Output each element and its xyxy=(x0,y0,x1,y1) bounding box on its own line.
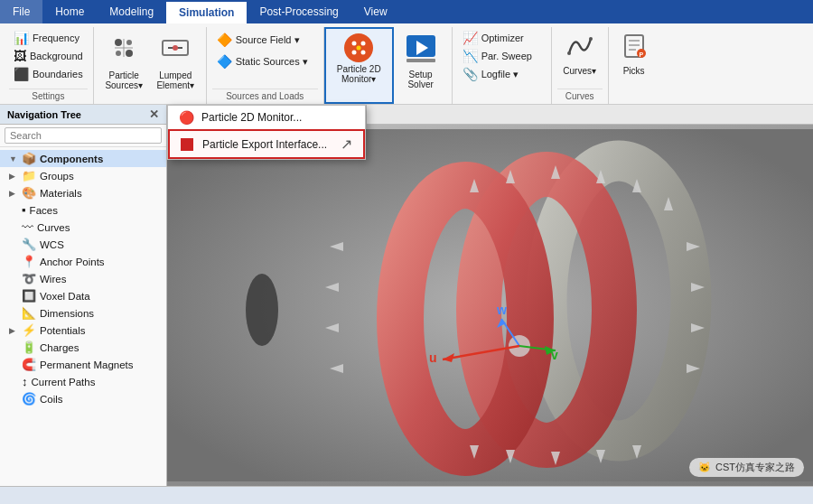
tree-item-charges[interactable]: ▶ 🔋 Charges xyxy=(0,339,166,356)
boundaries-icon: ⬛ xyxy=(14,67,29,81)
svg-point-1 xyxy=(126,40,132,45)
sources-group-label: Sources and Loads xyxy=(212,89,318,104)
picks-buttons: P Picks xyxy=(614,29,654,89)
expand-icon: ▼ xyxy=(9,154,18,163)
logfile-button[interactable]: 📎 Logfile ▾ xyxy=(458,65,546,83)
frequency-button[interactable]: 📊 Frequency xyxy=(9,29,88,47)
par-sweep-button[interactable]: 📉 Par. Sweep xyxy=(458,47,546,65)
ribbon-group-picks: P Picks x xyxy=(609,27,659,104)
tree-label-dimensions: Dimensions xyxy=(40,308,94,319)
svg-point-26 xyxy=(246,274,278,346)
groups-icon: 📁 xyxy=(22,169,36,182)
ribbon-group-settings: 📊 Frequency 🖼 Background ⬛ Boundaries Se… xyxy=(4,27,94,104)
ribbon-group-curves: Curves▾ Curves xyxy=(552,27,609,104)
svg-point-12 xyxy=(361,51,366,55)
tree-label-faces: Faces xyxy=(30,205,58,216)
3d-scene-svg: w v u xyxy=(167,125,813,486)
background-label: Background xyxy=(30,51,83,61)
nav-tree-body: ▼ 📦 Components ▶ 📁 Groups ▶ 🎨 Materials … xyxy=(0,147,166,486)
menu-view[interactable]: View xyxy=(351,0,400,23)
cursor-indicator: ↗ xyxy=(341,135,352,153)
analysis-small-group: 📈 Optimizer 📉 Par. Sweep 📎 Logfile ▾ xyxy=(458,29,546,83)
particle-2d-monitor-button[interactable]: Particle 2DMonitor▾ xyxy=(332,31,387,87)
svg-point-11 xyxy=(352,51,357,55)
svg-point-3 xyxy=(126,50,133,57)
particle-sources-icon xyxy=(107,32,140,69)
dropdown-popup: 🔴 Particle 2D Monitor... Particle Export… xyxy=(167,105,366,160)
tree-label-permanent-magnets: Permanent Magnets xyxy=(40,359,134,370)
tree-label-coils: Coils xyxy=(40,394,63,405)
menu-file[interactable]: File xyxy=(0,0,42,23)
settings-small-group: 📊 Frequency 🖼 Background ⬛ Boundaries xyxy=(9,29,88,83)
menu-simulation[interactable]: Simulation xyxy=(166,0,247,23)
watermark: 🐱 CST仿真专家之路 xyxy=(689,458,804,477)
particle-2d-monitor-icon xyxy=(344,33,373,62)
optimizer-button[interactable]: 📈 Optimizer xyxy=(458,29,546,47)
picks-label: Picks xyxy=(623,66,645,76)
tree-label-materials: Materials xyxy=(40,188,82,199)
static-sources-button[interactable]: 🔷 Static Sources ▾ xyxy=(212,51,318,72)
sources-buttons: 🔶 Source Field ▾ 🔷 Static Sources ▾ xyxy=(212,29,318,89)
tree-item-curves[interactable]: ▶ 〰 Curves xyxy=(0,219,166,236)
analysis-buttons: 📈 Optimizer 📉 Par. Sweep 📎 Logfile ▾ xyxy=(458,29,546,89)
tree-item-wcs[interactable]: ▶ 🔧 WCS xyxy=(0,236,166,253)
magnets-icon: 🧲 xyxy=(22,358,36,371)
menu-home[interactable]: Home xyxy=(42,0,97,23)
voxel-icon: 🔲 xyxy=(22,289,36,303)
tree-item-potentials[interactable]: ▶ ⚡ Potentials xyxy=(0,322,166,339)
dimensions-icon: 📐 xyxy=(22,306,36,320)
particle-2d-monitor-dropdown-item[interactable]: 🔴 Particle 2D Monitor... xyxy=(168,106,365,129)
source-field-label: Source Field ▾ xyxy=(236,34,300,46)
tree-item-dimensions[interactable]: ▶ 📐 Dimensions xyxy=(0,304,166,322)
components-icon: 📦 xyxy=(22,152,36,165)
current-paths-icon: ↕ xyxy=(22,375,28,388)
picks-icon: P xyxy=(620,32,649,64)
setup-solver-button[interactable]: SetupSolver xyxy=(399,29,443,92)
particle-sources-button[interactable]: ParticleSources▾ xyxy=(99,29,149,93)
wcs-icon: 🔧 xyxy=(22,238,36,251)
nav-tree-header: Navigation Tree ✕ xyxy=(0,105,166,125)
tree-item-permanent-magnets[interactable]: ▶ 🧲 Permanent Magnets xyxy=(0,356,166,373)
picks-button[interactable]: P Picks xyxy=(614,29,654,79)
particle-export-interface-item[interactable]: Particle Export Interface... ↗ xyxy=(168,129,365,159)
tree-item-materials[interactable]: ▶ 🎨 Materials xyxy=(0,184,166,201)
menu-post-processing[interactable]: Post-Processing xyxy=(247,0,350,23)
boundaries-button[interactable]: ⬛ Boundaries xyxy=(9,65,88,83)
static-sources-icon: 🔷 xyxy=(217,54,232,69)
tree-item-coils[interactable]: ▶ 🌀 Coils xyxy=(0,390,166,407)
charges-icon: 🔋 xyxy=(22,341,36,354)
tree-label-wcs: WCS xyxy=(40,239,64,250)
tree-item-faces[interactable]: ▶ ▪ Faces xyxy=(0,201,166,219)
tree-label-curves: Curves xyxy=(37,222,70,233)
3d-viewport[interactable]: w v u 🐱 CST仿真专家之路 xyxy=(167,125,813,486)
tree-item-components[interactable]: ▼ 📦 Components xyxy=(0,150,166,167)
tree-item-voxel-data[interactable]: ▶ 🔲 Voxel Data xyxy=(0,287,166,304)
tree-label-groups: Groups xyxy=(40,171,74,182)
nav-tree-close-button[interactable]: ✕ xyxy=(149,107,159,121)
main-area: Navigation Tree ✕ ▼ 📦 Components ▶ 📁 Gro… xyxy=(0,105,813,486)
tree-item-anchor-points[interactable]: ▶ 📍 Anchor Points xyxy=(0,253,166,270)
tree-label-components: Components xyxy=(40,154,103,164)
ribbon-group-solver: SetupSolver x xyxy=(394,27,453,104)
frequency-icon: 📊 xyxy=(14,31,29,45)
background-button[interactable]: 🖼 Background xyxy=(9,47,88,65)
sources-small-group: 🔶 Source Field ▾ 🔷 Static Sources ▾ xyxy=(212,29,318,72)
frequency-label: Frequency xyxy=(33,33,79,43)
menu-modeling[interactable]: Modeling xyxy=(97,0,166,23)
watermark-text: CST仿真专家之路 xyxy=(715,461,795,474)
curves-icon xyxy=(565,32,594,64)
tree-item-wires[interactable]: ▶ ➰ Wires xyxy=(0,270,166,287)
lumped-element-button[interactable]: LumpedElement▾ xyxy=(151,29,201,93)
svg-point-18 xyxy=(589,37,593,41)
optimizer-icon: 📈 xyxy=(463,31,478,45)
curves-button[interactable]: Curves▾ xyxy=(557,29,603,79)
optimizer-label: Optimizer xyxy=(481,33,524,43)
particle-sources-label: ParticleSources▾ xyxy=(105,70,143,90)
tree-item-current-paths[interactable]: ▶ ↕ Current Paths xyxy=(0,373,166,390)
coils-icon: 🌀 xyxy=(22,392,36,406)
menubar: File Home Modeling Simulation Post-Proce… xyxy=(0,0,813,23)
nav-tree-search-input[interactable] xyxy=(5,127,162,144)
source-field-button[interactable]: 🔶 Source Field ▾ xyxy=(212,29,318,51)
svg-text:P: P xyxy=(639,51,643,58)
tree-item-groups[interactable]: ▶ 📁 Groups xyxy=(0,167,166,184)
